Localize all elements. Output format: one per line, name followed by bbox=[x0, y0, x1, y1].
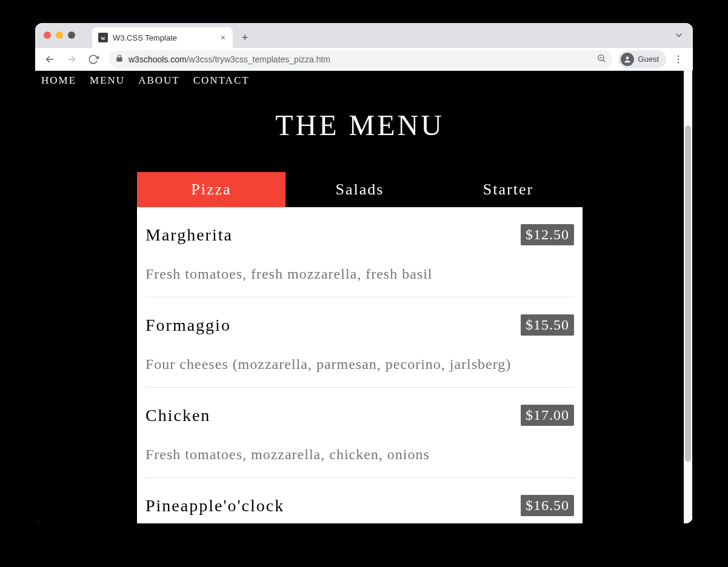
reload-button[interactable] bbox=[84, 50, 103, 69]
lock-icon bbox=[115, 54, 124, 64]
url-host: w3schools.com bbox=[129, 55, 187, 64]
svg-point-6 bbox=[678, 55, 679, 56]
scrollbar-thumb[interactable] bbox=[685, 125, 691, 462]
kebab-menu-button[interactable] bbox=[669, 50, 688, 69]
window-controls bbox=[44, 31, 75, 39]
nav-home[interactable]: HOME bbox=[41, 75, 76, 87]
menu-item: Pineapple'o'clock $16.50 bbox=[145, 478, 574, 523]
browser-tab[interactable]: w W3.CSS Template × bbox=[92, 27, 233, 48]
nav-menu[interactable]: MENU bbox=[90, 75, 125, 87]
tab-pizza[interactable]: Pizza bbox=[137, 172, 286, 207]
avatar-icon bbox=[621, 53, 634, 66]
dish-name: Formaggio bbox=[145, 316, 231, 335]
dish-name: Chicken bbox=[145, 406, 210, 425]
tab-title: W3.CSS Template bbox=[113, 33, 215, 42]
profile-label: Guest bbox=[638, 55, 659, 64]
menu-item: Formaggio $15.50 Four cheeses (mozzarell… bbox=[145, 297, 574, 388]
dish-name: Margherita bbox=[145, 225, 233, 245]
browser-window: w W3.CSS Template × + w3schools.com/w3cs… bbox=[35, 23, 693, 523]
nav-contact[interactable]: CONTACT bbox=[193, 75, 250, 87]
site-nav: HOME MENU ABOUT CONTACT bbox=[35, 71, 684, 90]
svg-point-5 bbox=[626, 56, 629, 59]
tabs-overflow-button[interactable] bbox=[673, 30, 684, 43]
minimize-window-button[interactable] bbox=[56, 31, 63, 39]
dish-description: Fresh tomatoes, fresh mozzarella, fresh … bbox=[145, 266, 574, 282]
zoom-icon[interactable] bbox=[596, 53, 606, 65]
address-bar[interactable]: w3schools.com/w3css/tryw3css_templates_p… bbox=[109, 50, 612, 68]
svg-point-8 bbox=[678, 62, 679, 63]
tab-close-button[interactable]: × bbox=[219, 33, 227, 42]
tab-strip: w W3.CSS Template × + bbox=[35, 23, 693, 48]
forward-button[interactable] bbox=[62, 50, 81, 69]
dish-price: $17.00 bbox=[521, 405, 574, 426]
menu-item: Margherita $12.50 Fresh tomatoes, fresh … bbox=[145, 207, 574, 297]
close-window-button[interactable] bbox=[44, 31, 51, 39]
url-path: /w3css/tryw3css_templates_pizza.htm bbox=[187, 55, 330, 64]
browser-toolbar: w3schools.com/w3css/tryw3css_templates_p… bbox=[35, 48, 693, 71]
menu-tabs: Pizza Salads Starter bbox=[137, 172, 583, 207]
vertical-scrollbar[interactable] bbox=[684, 71, 692, 523]
dish-price: $12.50 bbox=[521, 224, 574, 245]
new-tab-button[interactable]: + bbox=[236, 29, 253, 46]
favicon-icon: w bbox=[98, 33, 108, 42]
menu-body: Margherita $12.50 Fresh tomatoes, fresh … bbox=[137, 207, 583, 523]
url-text: w3schools.com/w3css/tryw3css_templates_p… bbox=[129, 55, 330, 64]
menu-container: Pizza Salads Starter Margherita $12.50 F… bbox=[137, 172, 583, 523]
page-content: HOME MENU ABOUT CONTACT THE MENU Pizza S… bbox=[35, 71, 684, 523]
fullscreen-window-button[interactable] bbox=[68, 31, 75, 39]
svg-line-3 bbox=[603, 60, 605, 62]
profile-chip[interactable]: Guest bbox=[618, 50, 666, 68]
nav-about[interactable]: ABOUT bbox=[138, 75, 180, 87]
back-button[interactable] bbox=[40, 50, 59, 69]
dish-price: $16.50 bbox=[521, 495, 574, 516]
dish-description: Fresh tomatoes, mozzarella, chicken, oni… bbox=[145, 446, 574, 463]
tab-salads[interactable]: Salads bbox=[286, 172, 434, 207]
viewport: HOME MENU ABOUT CONTACT THE MENU Pizza S… bbox=[35, 71, 693, 523]
dish-name: Pineapple'o'clock bbox=[145, 496, 284, 516]
svg-point-7 bbox=[678, 58, 679, 59]
menu-item: Chicken $17.00 Fresh tomatoes, mozzarell… bbox=[145, 388, 574, 478]
dish-price: $15.50 bbox=[521, 314, 574, 336]
tab-starter[interactable]: Starter bbox=[434, 172, 583, 207]
dish-description: Four cheeses (mozzarella, parmesan, peco… bbox=[145, 356, 574, 373]
section-title: THE MENU bbox=[35, 108, 684, 142]
